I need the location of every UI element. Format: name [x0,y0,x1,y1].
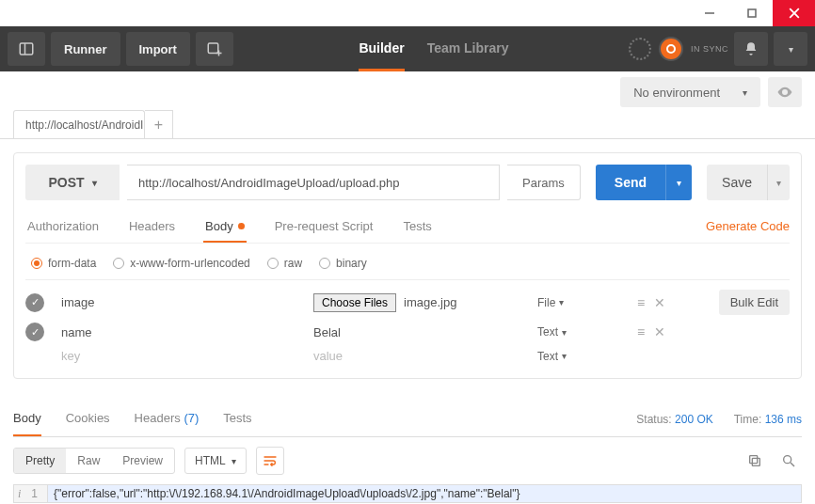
type-select[interactable]: Text▾ [537,350,594,363]
language-select[interactable]: HTML▾ [184,448,247,474]
key-input[interactable]: name [61,325,306,339]
response-body-view[interactable]: i 1 {"error":false,"url":"http:\/\/192.1… [13,484,802,503]
table-row-empty: key value Text▾ [25,345,790,367]
runner-button[interactable]: Runner [51,32,120,66]
http-method-select[interactable]: POST ▾ [25,165,120,200]
http-method-label: POST [48,175,84,190]
send-button[interactable]: Send [596,165,665,200]
svg-rect-9 [752,458,759,465]
add-tab-button[interactable]: + [145,110,173,138]
svg-line-12 [791,463,794,466]
response-panel: Body Cookies Headers (7) Tests Status: 2… [13,402,802,503]
chevron-down-icon: ▾ [743,87,747,98]
view-raw[interactable]: Raw [66,449,111,473]
request-sub-tabs: Authorization Headers Body Pre-request S… [25,212,790,244]
settings-dropdown[interactable]: ▾ [774,32,807,66]
svg-rect-10 [750,456,758,464]
response-time: 136 ms [765,413,802,426]
notifications-button[interactable] [734,32,768,66]
save-dropdown[interactable]: ▾ [767,165,790,200]
file-name: image.jpg [404,295,456,309]
svg-rect-1 [748,9,756,17]
url-input[interactable]: http://localhost/AndroidImageUpload/uplo… [127,165,500,200]
line-number: 1 [31,487,38,500]
chevron-down-icon: ▾ [562,327,567,338]
svg-rect-6 [208,43,218,54]
svg-point-11 [784,456,791,464]
form-data-table: ✓ image Choose Files image.jpg File▾ ≡ ✕… [25,280,790,367]
view-preview[interactable]: Preview [111,449,174,473]
save-button[interactable]: Save [707,165,767,200]
send-dropdown[interactable]: ▾ [665,165,692,200]
tab-body[interactable]: Body [203,212,247,243]
row-toggle[interactable]: ✓ [25,323,44,341]
import-button[interactable]: Import [126,32,190,66]
table-row: ✓ name Belal Text▾ ≡ ✕ [25,319,790,345]
toggle-sidebar-button[interactable] [8,32,45,66]
copy-response-button[interactable] [742,448,768,474]
svg-rect-4 [20,43,33,55]
response-tab-tests[interactable]: Tests [223,402,251,436]
wrap-lines-button[interactable] [256,447,284,475]
sync-status[interactable]: IN SYNC [629,37,728,61]
chevron-down-icon: ▾ [232,456,236,466]
tab-prerequest[interactable]: Pre-request Script [273,212,376,243]
key-input[interactable]: image [61,295,306,309]
request-card: POST ▾ http://localhost/AndroidImageUplo… [13,152,802,379]
info-icon: i [18,487,21,501]
tab-body-label: Body [205,219,233,233]
view-mode-toggle: Pretty Raw Preview [13,448,175,474]
radio-binary[interactable]: binary [319,257,367,270]
builder-tab[interactable]: Builder [359,26,404,71]
main-toolbar: Runner Import Builder Team Library IN SY… [0,26,815,71]
tab-headers[interactable]: Headers [127,212,177,243]
body-type-selector: form-data x-www-form-urlencoded raw bina… [25,244,790,280]
bulk-edit-button[interactable]: Bulk Edit [719,290,790,315]
environment-preview-button[interactable] [768,77,802,107]
table-row: ✓ image Choose Files image.jpg File▾ ≡ ✕… [25,286,790,319]
params-button[interactable]: Params [507,165,581,200]
close-button[interactable] [773,0,815,26]
minimize-button[interactable] [688,0,730,26]
view-pretty[interactable]: Pretty [14,449,66,473]
headers-count: (7) [184,411,199,425]
request-tabstrip: http://localhost/AndroidIm + [0,107,815,139]
window-titlebar [0,0,815,26]
chevron-down-icon: ▾ [562,351,567,361]
radio-urlencoded[interactable]: x-www-form-urlencoded [113,257,249,270]
choose-files-button[interactable]: Choose Files [313,293,396,312]
key-input[interactable]: key [61,349,306,363]
sync-label: IN SYNC [691,44,728,54]
new-tab-button[interactable] [196,32,233,66]
response-status: Status: 200 OK Time: 136 ms [636,413,802,426]
response-tab-body[interactable]: Body [13,402,41,436]
response-tab-headers[interactable]: Headers (7) [135,402,200,436]
drag-handle-icon[interactable]: ≡ [637,295,645,310]
response-body-text[interactable]: {"error":false,"url":"http:\/\/192.168.9… [48,485,801,502]
search-response-button[interactable] [775,448,802,474]
request-tab[interactable]: http://localhost/AndroidIm [13,110,145,138]
radio-form-data[interactable]: form-data [31,257,96,270]
status-code: 200 OK [675,413,713,426]
response-tab-cookies[interactable]: Cookies [66,402,110,436]
tab-authorization[interactable]: Authorization [25,212,101,243]
value-input[interactable]: value [313,349,530,363]
row-toggle[interactable]: ✓ [25,293,44,312]
type-select[interactable]: Text▾ [537,325,594,339]
team-library-tab[interactable]: Team Library [427,26,509,71]
tab-tests[interactable]: Tests [401,212,433,243]
delete-row-icon[interactable]: ✕ [654,295,665,310]
type-select[interactable]: File▾ [537,296,594,309]
account-avatar [659,37,683,61]
environment-label: No environment [633,86,720,100]
chevron-down-icon: ▾ [559,297,564,307]
environment-select[interactable]: No environment ▾ [620,77,760,107]
sync-icon [629,38,651,60]
radio-raw[interactable]: raw [267,257,302,270]
maximize-button[interactable] [730,0,773,26]
drag-handle-icon[interactable]: ≡ [637,324,645,339]
modified-dot-icon [238,223,245,229]
value-input[interactable]: Belal [313,325,530,339]
generate-code-link[interactable]: Generate Code [706,212,790,243]
delete-row-icon[interactable]: ✕ [654,324,665,339]
